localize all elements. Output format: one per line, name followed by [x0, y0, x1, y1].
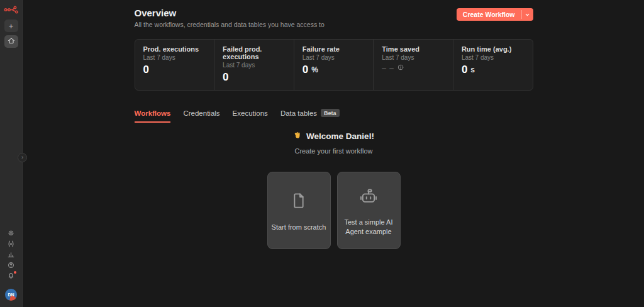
tab-bar: Workflows Credentials Executions Data ta…	[135, 109, 533, 123]
stat-title: Failed prod. executions	[223, 45, 286, 60]
stat-period: Last 7 days	[143, 54, 206, 61]
sidebar-bottom-icons	[4, 229, 18, 280]
stat-period: Last 7 days	[382, 54, 445, 61]
sidebar-item-whats-new[interactable]	[4, 272, 18, 280]
page-header: Overview All the workflows, credentials …	[135, 8, 533, 28]
empty-state: Welcome Daniel! Create your first workfl…	[135, 131, 533, 155]
sidebar-item-variables[interactable]	[4, 240, 18, 248]
robot-icon	[358, 186, 379, 208]
tab-credentials[interactable]: Credentials	[183, 109, 219, 123]
stat-run-time: Run time (avg.) Last 7 days 0s	[453, 40, 533, 90]
help-icon	[7, 261, 15, 269]
variables-icon	[7, 240, 15, 248]
card-label: Test a simple AI Agent example	[341, 218, 396, 237]
tab-label: Data tables	[280, 109, 317, 117]
create-workflow-dropdown[interactable]	[522, 8, 533, 21]
stat-failed-executions: Failed prod. executions Last 7 days 0	[214, 40, 294, 90]
card-label: Start from scratch	[272, 223, 326, 232]
stat-failure-rate: Failure rate Last 7 days 0%	[294, 40, 374, 90]
waving-hand-icon	[293, 131, 302, 142]
notification-dot	[14, 271, 16, 274]
sidebar-item-help[interactable]	[4, 261, 18, 269]
stat-prod-executions: Prod. executions Last 7 days 0	[135, 40, 214, 90]
tab-executions[interactable]: Executions	[233, 109, 268, 123]
insights-chart-icon	[7, 250, 15, 259]
welcome-text: Welcome Daniel!	[306, 131, 374, 141]
stat-value: 0	[143, 64, 206, 76]
stat-value: 0	[223, 71, 286, 84]
welcome-title: Welcome Daniel!	[293, 131, 374, 142]
start-from-scratch-card[interactable]: Start from scratch	[267, 172, 331, 249]
document-icon	[289, 191, 309, 213]
stat-period: Last 7 days	[223, 62, 286, 69]
home-icon	[8, 37, 15, 47]
tab-label: Credentials	[183, 109, 219, 117]
user-avatar[interactable]: DN	[5, 289, 17, 301]
main-content: Overview All the workflows, credentials …	[23, 0, 644, 307]
page-subtitle: All the workflows, credentials and data …	[135, 21, 325, 28]
stat-value: – –	[382, 64, 445, 73]
page-header-text: Overview All the workflows, credentials …	[135, 8, 325, 28]
settings-gear-icon	[7, 229, 15, 237]
page-title: Overview	[135, 8, 325, 18]
ai-agent-example-card[interactable]: Test a simple AI Agent example	[337, 172, 401, 249]
sidebar-item-insights[interactable]	[4, 250, 18, 259]
info-icon[interactable]	[397, 64, 404, 73]
tab-data-tables[interactable]: Data tables Beta	[280, 109, 340, 123]
plus-icon: +	[9, 21, 14, 31]
stat-time-saved: Time saved Last 7 days – –	[373, 40, 453, 90]
stat-period: Last 7 days	[462, 54, 525, 61]
chevron-right-icon: ›	[21, 154, 23, 160]
stat-title: Failure rate	[303, 45, 365, 53]
welcome-subtitle: Create your first workflow	[135, 147, 533, 155]
stats-bar: Prod. executions Last 7 days 0 Failed pr…	[135, 39, 533, 91]
sidebar-item-overview[interactable]	[4, 35, 18, 48]
create-workflow-label: Create Workflow	[457, 8, 521, 21]
add-workflow-button[interactable]: +	[4, 20, 18, 32]
user-initials: DN	[8, 293, 14, 297]
chevron-down-icon	[525, 12, 530, 18]
create-workflow-button[interactable]: Create Workflow	[457, 8, 533, 21]
stat-title: Run time (avg.)	[462, 45, 525, 53]
stat-title: Prod. executions	[143, 45, 206, 53]
tab-label: Workflows	[135, 109, 171, 117]
sidebar-collapse-toggle[interactable]: ›	[18, 153, 27, 162]
stat-period: Last 7 days	[303, 54, 365, 61]
sidebar-item-settings[interactable]	[4, 229, 18, 237]
n8n-logo	[4, 5, 19, 14]
tab-label: Executions	[233, 109, 268, 117]
stat-value: 0s	[462, 64, 525, 76]
stat-title: Time saved	[382, 45, 445, 53]
stat-value: 0%	[303, 64, 365, 76]
start-cards: Start from scratch Test a simple AI Agen…	[135, 172, 533, 249]
tab-workflows[interactable]: Workflows	[135, 109, 171, 123]
beta-badge: Beta	[321, 109, 340, 117]
